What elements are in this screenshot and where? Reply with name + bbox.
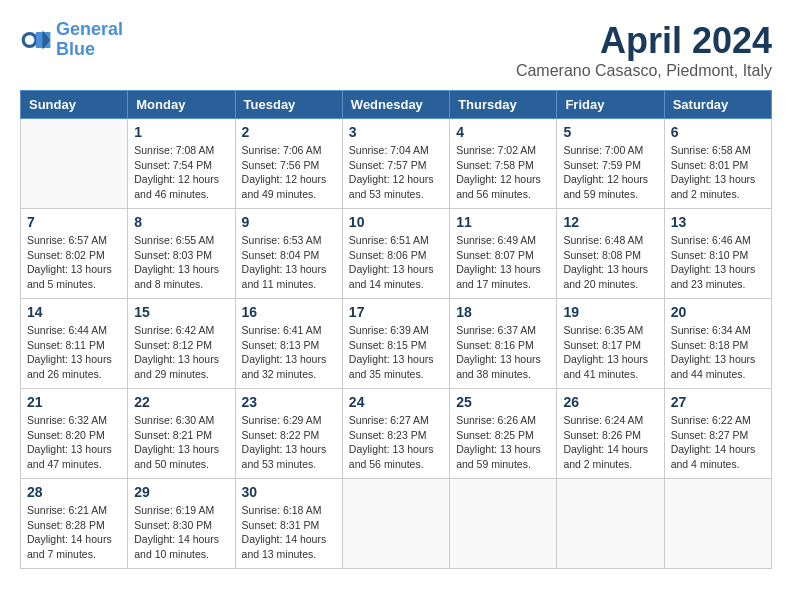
weekday-header-monday: Monday: [128, 91, 235, 119]
day-info: Sunrise: 6:29 AM Sunset: 8:22 PM Dayligh…: [242, 413, 336, 472]
location-title: Camerano Casasco, Piedmont, Italy: [516, 62, 772, 80]
weekday-header-sunday: Sunday: [21, 91, 128, 119]
calendar-cell: 16Sunrise: 6:41 AM Sunset: 8:13 PM Dayli…: [235, 299, 342, 389]
calendar-cell: 29Sunrise: 6:19 AM Sunset: 8:30 PM Dayli…: [128, 479, 235, 569]
calendar-cell: [21, 119, 128, 209]
calendar-cell: 5Sunrise: 7:00 AM Sunset: 7:59 PM Daylig…: [557, 119, 664, 209]
calendar-cell: 15Sunrise: 6:42 AM Sunset: 8:12 PM Dayli…: [128, 299, 235, 389]
day-info: Sunrise: 6:22 AM Sunset: 8:27 PM Dayligh…: [671, 413, 765, 472]
logo-icon: [20, 24, 52, 56]
calendar-cell: [450, 479, 557, 569]
calendar: SundayMondayTuesdayWednesdayThursdayFrid…: [20, 90, 772, 569]
day-info: Sunrise: 6:26 AM Sunset: 8:25 PM Dayligh…: [456, 413, 550, 472]
month-title: April 2024: [516, 20, 772, 62]
day-info: Sunrise: 6:37 AM Sunset: 8:16 PM Dayligh…: [456, 323, 550, 382]
day-number: 17: [349, 304, 443, 320]
day-info: Sunrise: 6:24 AM Sunset: 8:26 PM Dayligh…: [563, 413, 657, 472]
calendar-cell: 27Sunrise: 6:22 AM Sunset: 8:27 PM Dayli…: [664, 389, 771, 479]
day-number: 14: [27, 304, 121, 320]
calendar-cell: 7Sunrise: 6:57 AM Sunset: 8:02 PM Daylig…: [21, 209, 128, 299]
calendar-cell: 26Sunrise: 6:24 AM Sunset: 8:26 PM Dayli…: [557, 389, 664, 479]
day-info: Sunrise: 7:02 AM Sunset: 7:58 PM Dayligh…: [456, 143, 550, 202]
calendar-cell: 23Sunrise: 6:29 AM Sunset: 8:22 PM Dayli…: [235, 389, 342, 479]
day-info: Sunrise: 6:46 AM Sunset: 8:10 PM Dayligh…: [671, 233, 765, 292]
day-number: 22: [134, 394, 228, 410]
day-number: 9: [242, 214, 336, 230]
day-info: Sunrise: 6:42 AM Sunset: 8:12 PM Dayligh…: [134, 323, 228, 382]
day-number: 29: [134, 484, 228, 500]
day-number: 26: [563, 394, 657, 410]
day-number: 28: [27, 484, 121, 500]
day-number: 27: [671, 394, 765, 410]
calendar-cell: 28Sunrise: 6:21 AM Sunset: 8:28 PM Dayli…: [21, 479, 128, 569]
weekday-header-row: SundayMondayTuesdayWednesdayThursdayFrid…: [21, 91, 772, 119]
day-info: Sunrise: 7:04 AM Sunset: 7:57 PM Dayligh…: [349, 143, 443, 202]
calendar-cell: 25Sunrise: 6:26 AM Sunset: 8:25 PM Dayli…: [450, 389, 557, 479]
calendar-cell: 1Sunrise: 7:08 AM Sunset: 7:54 PM Daylig…: [128, 119, 235, 209]
day-number: 30: [242, 484, 336, 500]
calendar-cell: [557, 479, 664, 569]
week-row-4: 21Sunrise: 6:32 AM Sunset: 8:20 PM Dayli…: [21, 389, 772, 479]
calendar-cell: 2Sunrise: 7:06 AM Sunset: 7:56 PM Daylig…: [235, 119, 342, 209]
day-number: 21: [27, 394, 121, 410]
week-row-1: 1Sunrise: 7:08 AM Sunset: 7:54 PM Daylig…: [21, 119, 772, 209]
day-info: Sunrise: 6:49 AM Sunset: 8:07 PM Dayligh…: [456, 233, 550, 292]
svg-point-1: [25, 35, 35, 45]
day-info: Sunrise: 6:58 AM Sunset: 8:01 PM Dayligh…: [671, 143, 765, 202]
logo: General Blue: [20, 20, 123, 60]
day-number: 19: [563, 304, 657, 320]
day-number: 24: [349, 394, 443, 410]
weekday-header-saturday: Saturday: [664, 91, 771, 119]
calendar-cell: 3Sunrise: 7:04 AM Sunset: 7:57 PM Daylig…: [342, 119, 449, 209]
day-info: Sunrise: 6:41 AM Sunset: 8:13 PM Dayligh…: [242, 323, 336, 382]
calendar-cell: 12Sunrise: 6:48 AM Sunset: 8:08 PM Dayli…: [557, 209, 664, 299]
day-number: 4: [456, 124, 550, 140]
day-info: Sunrise: 6:27 AM Sunset: 8:23 PM Dayligh…: [349, 413, 443, 472]
calendar-cell: [664, 479, 771, 569]
day-number: 8: [134, 214, 228, 230]
day-number: 1: [134, 124, 228, 140]
calendar-cell: 20Sunrise: 6:34 AM Sunset: 8:18 PM Dayli…: [664, 299, 771, 389]
day-info: Sunrise: 6:55 AM Sunset: 8:03 PM Dayligh…: [134, 233, 228, 292]
calendar-cell: 30Sunrise: 6:18 AM Sunset: 8:31 PM Dayli…: [235, 479, 342, 569]
calendar-cell: 22Sunrise: 6:30 AM Sunset: 8:21 PM Dayli…: [128, 389, 235, 479]
day-number: 15: [134, 304, 228, 320]
day-info: Sunrise: 7:06 AM Sunset: 7:56 PM Dayligh…: [242, 143, 336, 202]
calendar-cell: [342, 479, 449, 569]
week-row-2: 7Sunrise: 6:57 AM Sunset: 8:02 PM Daylig…: [21, 209, 772, 299]
calendar-cell: 14Sunrise: 6:44 AM Sunset: 8:11 PM Dayli…: [21, 299, 128, 389]
day-info: Sunrise: 6:57 AM Sunset: 8:02 PM Dayligh…: [27, 233, 121, 292]
weekday-header-thursday: Thursday: [450, 91, 557, 119]
day-info: Sunrise: 6:51 AM Sunset: 8:06 PM Dayligh…: [349, 233, 443, 292]
weekday-header-friday: Friday: [557, 91, 664, 119]
calendar-cell: 18Sunrise: 6:37 AM Sunset: 8:16 PM Dayli…: [450, 299, 557, 389]
day-info: Sunrise: 7:00 AM Sunset: 7:59 PM Dayligh…: [563, 143, 657, 202]
calendar-cell: 6Sunrise: 6:58 AM Sunset: 8:01 PM Daylig…: [664, 119, 771, 209]
day-number: 23: [242, 394, 336, 410]
day-info: Sunrise: 6:30 AM Sunset: 8:21 PM Dayligh…: [134, 413, 228, 472]
day-info: Sunrise: 6:53 AM Sunset: 8:04 PM Dayligh…: [242, 233, 336, 292]
day-info: Sunrise: 6:34 AM Sunset: 8:18 PM Dayligh…: [671, 323, 765, 382]
weekday-header-tuesday: Tuesday: [235, 91, 342, 119]
day-info: Sunrise: 6:32 AM Sunset: 8:20 PM Dayligh…: [27, 413, 121, 472]
day-number: 7: [27, 214, 121, 230]
logo-text: General Blue: [56, 20, 123, 60]
calendar-cell: 8Sunrise: 6:55 AM Sunset: 8:03 PM Daylig…: [128, 209, 235, 299]
calendar-cell: 11Sunrise: 6:49 AM Sunset: 8:07 PM Dayli…: [450, 209, 557, 299]
day-info: Sunrise: 6:48 AM Sunset: 8:08 PM Dayligh…: [563, 233, 657, 292]
day-info: Sunrise: 6:19 AM Sunset: 8:30 PM Dayligh…: [134, 503, 228, 562]
day-number: 18: [456, 304, 550, 320]
calendar-cell: 17Sunrise: 6:39 AM Sunset: 8:15 PM Dayli…: [342, 299, 449, 389]
day-number: 10: [349, 214, 443, 230]
day-info: Sunrise: 6:39 AM Sunset: 8:15 PM Dayligh…: [349, 323, 443, 382]
week-row-5: 28Sunrise: 6:21 AM Sunset: 8:28 PM Dayli…: [21, 479, 772, 569]
weekday-header-wednesday: Wednesday: [342, 91, 449, 119]
calendar-cell: 9Sunrise: 6:53 AM Sunset: 8:04 PM Daylig…: [235, 209, 342, 299]
title-block: April 2024 Camerano Casasco, Piedmont, I…: [516, 20, 772, 80]
calendar-cell: 19Sunrise: 6:35 AM Sunset: 8:17 PM Dayli…: [557, 299, 664, 389]
day-info: Sunrise: 6:44 AM Sunset: 8:11 PM Dayligh…: [27, 323, 121, 382]
calendar-cell: 21Sunrise: 6:32 AM Sunset: 8:20 PM Dayli…: [21, 389, 128, 479]
day-number: 3: [349, 124, 443, 140]
calendar-cell: 24Sunrise: 6:27 AM Sunset: 8:23 PM Dayli…: [342, 389, 449, 479]
page-header: General Blue April 2024 Camerano Casasco…: [20, 20, 772, 80]
